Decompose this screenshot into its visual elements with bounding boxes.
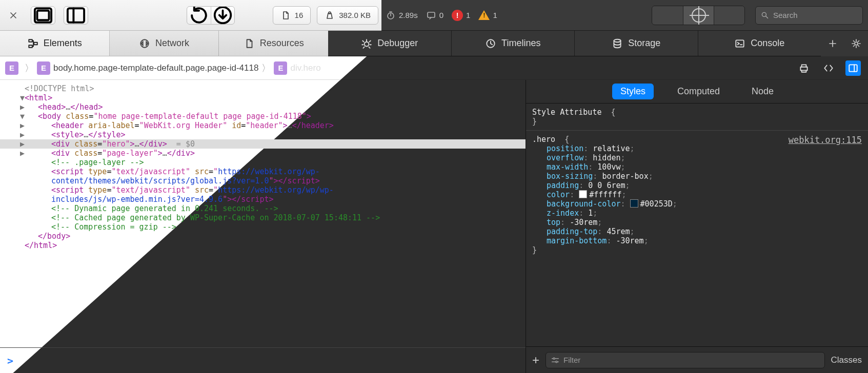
warning-count: 1 bbox=[493, 11, 497, 19]
search-icon bbox=[761, 11, 769, 19]
tab-storage[interactable]: Storage bbox=[575, 31, 698, 56]
css-declaration[interactable]: padding: 0 0 6rem; bbox=[532, 181, 862, 190]
document-count: 16 bbox=[295, 11, 304, 19]
tab-debugger[interactable]: Debugger bbox=[328, 31, 452, 56]
load-time-metric[interactable]: 2.89s bbox=[386, 10, 418, 20]
dock-window-icon[interactable] bbox=[31, 7, 55, 24]
reload-download-group[interactable] bbox=[187, 6, 235, 25]
download-icon[interactable] bbox=[211, 7, 234, 24]
css-declaration[interactable]: padding-top: 45rem; bbox=[532, 227, 862, 236]
left-sidebar-icon[interactable] bbox=[64, 7, 88, 24]
print-styles-icon[interactable] bbox=[796, 60, 812, 76]
load-time: 2.89s bbox=[399, 11, 418, 19]
timelines-icon bbox=[485, 38, 496, 49]
weight-icon bbox=[325, 10, 335, 20]
svg-point-5 bbox=[329, 12, 331, 14]
new-rule-button[interactable]: + bbox=[532, 354, 539, 366]
dom-node-header[interactable]: ▶<header aria-label="WebKit.org Header" … bbox=[0, 121, 526, 130]
css-declaration[interactable]: margin-bottom: -30rem; bbox=[532, 236, 862, 245]
resources-icon bbox=[244, 38, 255, 49]
svg-rect-7 bbox=[428, 12, 435, 17]
warning-badge-icon: ! bbox=[478, 10, 490, 20]
stopwatch-icon bbox=[386, 10, 396, 20]
breadcrumb-body-chip[interactable]: E bbox=[37, 61, 50, 75]
dom-node-pagelayer[interactable]: ▶<div class="page-layer">…</div> bbox=[0, 149, 526, 158]
svg-point-15 bbox=[614, 39, 621, 42]
sidebar-tab-styles[interactable]: Styles bbox=[612, 84, 654, 99]
svg-point-17 bbox=[855, 42, 858, 45]
error-count: 1 bbox=[466, 11, 470, 19]
dom-node-html[interactable]: ▼<html> bbox=[0, 93, 526, 102]
console-icon bbox=[734, 38, 745, 49]
css-declaration[interactable]: top: -30rem; bbox=[532, 218, 862, 227]
dom-tree[interactable]: <!DOCTYPE html> ▼<html> ▶<head>…</head> … bbox=[0, 80, 526, 373]
styles-filter-input[interactable]: Filter bbox=[546, 352, 825, 368]
sidebar-tabs: Styles Computed Node bbox=[526, 80, 868, 103]
style-attribute-block[interactable]: Style Attribute {} bbox=[532, 108, 862, 126]
css-declaration[interactable]: z-index: 1; bbox=[532, 209, 862, 218]
dom-node-script2[interactable]: <script type="text/javascript" src="http… bbox=[0, 185, 526, 204]
svg-rect-16 bbox=[736, 40, 744, 47]
svg-rect-2 bbox=[68, 8, 84, 23]
message-count: 0 bbox=[439, 11, 443, 19]
style-rule-block[interactable]: webkit.org:115 .hero { position: relativ… bbox=[532, 135, 862, 255]
storage-icon bbox=[612, 38, 623, 49]
dom-node-hero[interactable]: ▶<div class="hero">…</div> = $0 bbox=[0, 139, 526, 149]
errors-metric[interactable]: ! 1 bbox=[452, 10, 470, 21]
filter-icon bbox=[551, 356, 559, 364]
chevron-right-icon: 〉 bbox=[261, 62, 271, 74]
close-button[interactable] bbox=[2, 6, 25, 25]
dom-node-body[interactable]: ▼<body class="home page-template-default… bbox=[0, 112, 526, 121]
document-icon bbox=[280, 10, 291, 20]
inspect-left-icon[interactable] bbox=[652, 6, 683, 25]
new-tab-button[interactable] bbox=[821, 38, 844, 49]
sidebar-toggle-group[interactable] bbox=[64, 6, 88, 25]
sidebar-tab-node[interactable]: Node bbox=[743, 84, 782, 99]
breadcrumb-node-text[interactable]: div.hero bbox=[290, 63, 320, 73]
tab-console[interactable]: Console bbox=[698, 31, 821, 56]
dom-node-style[interactable]: ▶<style>…</style> bbox=[0, 130, 526, 139]
svg-rect-9 bbox=[29, 39, 32, 42]
tab-elements[interactable]: Elements bbox=[0, 31, 110, 56]
document-count-pill[interactable]: 16 bbox=[273, 6, 311, 25]
right-sidebar-toggle-icon[interactable] bbox=[845, 60, 861, 76]
css-declaration[interactable]: background-color: #00253D; bbox=[532, 199, 862, 209]
breadcrumb-node-chip[interactable]: E bbox=[274, 61, 287, 75]
sidebar-tab-computed[interactable]: Computed bbox=[669, 84, 728, 99]
breadcrumb-root-chip[interactable]: E bbox=[5, 61, 18, 75]
css-declaration[interactable]: box-sizing: border-box; bbox=[532, 172, 862, 181]
tab-network[interactable]: Network bbox=[110, 31, 219, 56]
svg-rect-1 bbox=[37, 10, 49, 19]
styles-sidebar: Styles Computed Node Style Attribute {} … bbox=[526, 80, 868, 373]
dock-side-group[interactable] bbox=[31, 6, 55, 25]
messages-metric[interactable]: 0 bbox=[426, 10, 443, 20]
css-declaration[interactable]: position: relative; bbox=[532, 144, 862, 153]
breadcrumb-bar: E 〉 E body.home.page-template-default.pa… bbox=[0, 56, 868, 80]
search-input[interactable]: Search bbox=[755, 6, 863, 25]
classes-toggle[interactable]: Classes bbox=[831, 355, 862, 365]
reload-icon[interactable] bbox=[187, 7, 211, 24]
tab-timelines[interactable]: Timelines bbox=[452, 31, 575, 56]
breadcrumb-body-text[interactable]: body.home.page-template-default.page.pag… bbox=[53, 63, 258, 73]
page-weight-pill[interactable]: 382.0 KB bbox=[317, 6, 378, 25]
search-placeholder: Search bbox=[773, 11, 798, 19]
dom-node-script1[interactable]: <script type="text/javascript" src="http… bbox=[0, 167, 526, 185]
css-declaration[interactable]: overflow: hidden; bbox=[532, 153, 862, 162]
svg-rect-10 bbox=[29, 45, 32, 47]
svg-rect-19 bbox=[849, 65, 857, 71]
svg-rect-18 bbox=[800, 67, 807, 70]
dom-node-head[interactable]: ▶<head>…</head> bbox=[0, 102, 526, 112]
inspect-right-icon[interactable] bbox=[714, 6, 744, 25]
inspect-mode-group[interactable] bbox=[652, 6, 745, 25]
warnings-metric[interactable]: ! 1 bbox=[478, 10, 497, 20]
style-source-link[interactable]: webkit.org:115 bbox=[789, 135, 862, 145]
settings-gear-icon[interactable] bbox=[844, 38, 868, 49]
page-weight: 382.0 KB bbox=[339, 11, 371, 19]
tab-resources[interactable]: Resources bbox=[219, 31, 328, 56]
console-prompt[interactable]: > bbox=[0, 347, 526, 373]
code-icon[interactable] bbox=[821, 60, 836, 76]
css-declaration[interactable]: color: #ffffff; bbox=[532, 190, 862, 199]
element-picker-icon[interactable] bbox=[683, 6, 714, 25]
svg-point-13 bbox=[365, 42, 369, 46]
css-declaration[interactable]: max-width: 100vw; bbox=[532, 162, 862, 172]
